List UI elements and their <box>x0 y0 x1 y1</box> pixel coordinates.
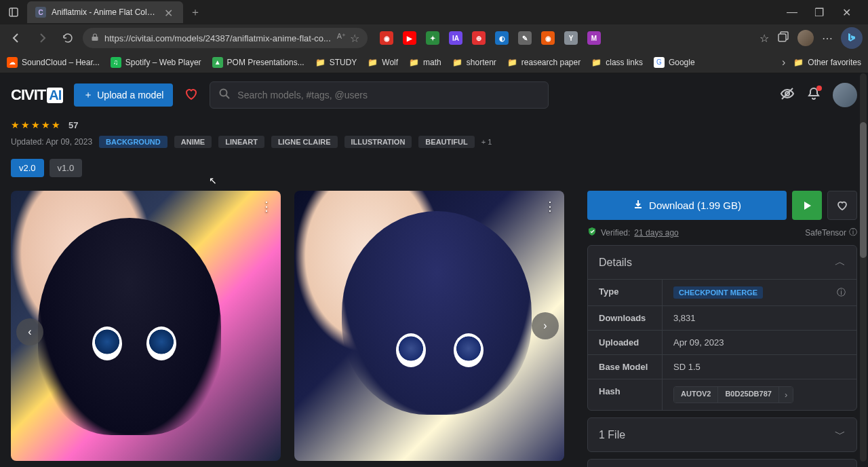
search-icon <box>218 88 231 102</box>
image-menu-icon[interactable]: ⋮ <box>260 199 273 214</box>
shield-icon <box>587 227 597 238</box>
tab-sidebar-btn[interactable] <box>5 4 22 20</box>
lock-icon <box>91 32 99 44</box>
ext-icon-1[interactable]: ◉ <box>380 31 393 45</box>
profile-avatar-browser[interactable] <box>797 30 814 46</box>
bookmark-folder[interactable]: 📁shortenr <box>452 58 496 67</box>
bookmark-folder[interactable]: 📁class links <box>591 58 643 67</box>
tag[interactable]: LIGNE CLAIRE <box>271 136 338 148</box>
url-text: https://civitai.com/models/24387/aniflat… <box>104 33 332 43</box>
info-icon[interactable]: ⓘ <box>837 286 846 299</box>
collections-icon[interactable] <box>777 31 789 45</box>
details-header[interactable]: Details ︿ <box>588 246 856 279</box>
user-avatar[interactable] <box>833 83 857 107</box>
bookmark-item[interactable]: ☁SoundCloud – Hear... <box>7 57 100 68</box>
detail-value: Apr 09, 2023 <box>663 331 856 354</box>
bookmark-item[interactable]: ♫Spotify – Web Player <box>111 57 201 68</box>
site-logo[interactable]: CIVITAI <box>11 86 63 104</box>
ext-icon-9[interactable]: Y <box>564 31 578 45</box>
notification-badge <box>816 86 822 91</box>
tab-title: Aniflatmix - Anime Flat Color Sty <box>52 7 159 17</box>
bookmarks-overflow-icon[interactable]: › <box>782 56 785 69</box>
hash-value[interactable]: B0D25DB787 <box>718 387 778 403</box>
svg-rect-0 <box>9 8 18 16</box>
download-icon <box>633 199 644 212</box>
nav-back[interactable] <box>5 27 27 49</box>
plus-icon: ＋ <box>83 89 93 101</box>
bookmark-item[interactable]: GGoogle <box>654 57 695 68</box>
visibility-icon[interactable] <box>780 86 795 104</box>
download-button[interactable]: Download (1.99 GB) <box>587 191 787 220</box>
tag[interactable]: ILLUSTRATION <box>344 136 412 148</box>
detail-label: Downloads <box>588 306 663 330</box>
verified-label: Verified: <box>601 228 630 238</box>
other-favorites[interactable]: 📁Other favorites <box>793 58 861 67</box>
version-tab[interactable]: v1.0 <box>50 159 83 177</box>
chevron-up-icon: ︿ <box>835 255 846 269</box>
search-input[interactable] <box>237 90 540 100</box>
tab-close-icon[interactable]: ✕ <box>164 7 175 18</box>
favorite-button[interactable] <box>827 191 857 220</box>
detail-label: Uploaded <box>588 331 663 354</box>
carousel-prev[interactable]: ‹ <box>16 318 43 345</box>
notifications-icon[interactable] <box>807 87 821 103</box>
ext-icon-3[interactable]: ✦ <box>426 31 439 45</box>
detail-label: Type <box>588 280 663 305</box>
tag[interactable]: LINEART <box>218 136 264 148</box>
ext-icon-6[interactable]: ◐ <box>495 31 509 45</box>
safetensor-label: SafeTensor <box>805 228 846 238</box>
bookmark-item[interactable]: ▲POM Presentations... <box>212 57 304 68</box>
hash-expand-icon[interactable]: › <box>779 387 793 403</box>
carousel-next[interactable]: › <box>532 312 559 339</box>
nav-forward <box>31 27 53 49</box>
run-button[interactable] <box>792 191 822 220</box>
tab-favicon: C <box>35 7 46 18</box>
window-minimize[interactable]: — <box>784 4 800 20</box>
files-header[interactable]: 1 File ﹀ <box>588 418 856 451</box>
more-tags[interactable]: + 1 <box>481 138 492 146</box>
bookmark-folder[interactable]: 📁Wolf <box>368 58 398 67</box>
bookmark-folder[interactable]: 📁reasearch paper <box>507 58 580 67</box>
reader-mode-icon[interactable]: A⁺ <box>337 32 346 45</box>
ext-icon-2[interactable]: ▶ <box>403 31 416 45</box>
more-menu-icon[interactable]: ⋯ <box>822 32 833 45</box>
hash-type: AUTOV2 <box>674 387 718 403</box>
tag[interactable]: BEAUTIFUL <box>418 136 474 148</box>
scrollbar-thumb[interactable] <box>860 122 867 258</box>
tag[interactable]: BACKGROUND <box>99 136 167 148</box>
bing-chat-icon[interactable] <box>841 27 863 49</box>
gallery-image[interactable]: ⋮ <box>11 191 281 461</box>
ext-icon-5[interactable]: ⊕ <box>472 31 486 45</box>
favorite-star-icon[interactable]: ☆ <box>350 32 359 45</box>
gallery-image[interactable]: ⋮ › <box>294 191 564 461</box>
detail-label: Base Model <box>588 355 663 379</box>
address-bar[interactable]: https://civitai.com/models/24387/aniflat… <box>83 28 368 48</box>
bookmarks-bar: ☁SoundCloud – Hear... ♫Spotify – Web Pla… <box>0 52 868 73</box>
bookmark-folder[interactable]: 📁STUDY <box>315 58 357 67</box>
search-box[interactable] <box>210 81 549 109</box>
window-close[interactable]: ✕ <box>838 4 854 20</box>
bookmark-folder[interactable]: 📁math <box>409 58 441 67</box>
panel-partial <box>587 459 857 467</box>
ext-icon-7[interactable]: ✎ <box>518 31 532 45</box>
image-menu-icon[interactable]: ⋮ <box>544 199 556 214</box>
verified-time[interactable]: 21 days ago <box>634 228 678 238</box>
details-panel: Details ︿ Type CHECKPOINT MERGE ⓘ Downlo… <box>587 245 857 411</box>
browser-tab[interactable]: C Aniflatmix - Anime Flat Color Sty ✕ <box>27 1 183 23</box>
upload-model-button[interactable]: ＋ Upload a model <box>74 83 173 107</box>
tag[interactable]: ANIME <box>174 136 212 148</box>
new-tab-button[interactable]: ＋ <box>186 3 205 22</box>
info-icon[interactable]: ⓘ <box>849 227 857 238</box>
files-panel: 1 File ﹀ <box>587 417 857 452</box>
ext-icon-4[interactable]: IA <box>449 31 462 45</box>
ext-icon-10[interactable]: M <box>587 31 601 45</box>
window-maximize[interactable]: ❐ <box>811 4 827 20</box>
favorites-heart-icon[interactable] <box>184 86 199 104</box>
rating-count: 57 <box>68 120 78 130</box>
ext-icon-8[interactable]: ◉ <box>541 31 555 45</box>
nav-reload[interactable] <box>57 27 79 49</box>
version-tab-active[interactable]: v2.0 <box>11 159 44 177</box>
rating-stars: ★★★★★ <box>11 119 62 130</box>
favorites-icon[interactable]: ☆ <box>760 32 769 45</box>
image-gallery: ‹ ⋮ ⋮ › <box>11 191 574 467</box>
